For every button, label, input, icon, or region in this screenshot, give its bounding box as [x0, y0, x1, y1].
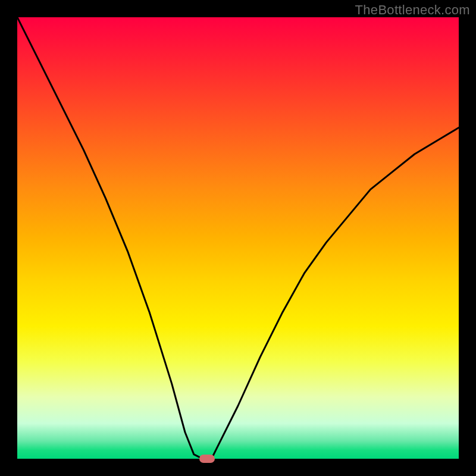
plot-area [17, 17, 459, 459]
chart-frame: TheBottleneck.com [0, 0, 476, 476]
bottleneck-curve [17, 17, 459, 459]
optimum-marker [199, 455, 215, 463]
curve-path [17, 17, 459, 459]
watermark-text: TheBottleneck.com [355, 2, 470, 18]
